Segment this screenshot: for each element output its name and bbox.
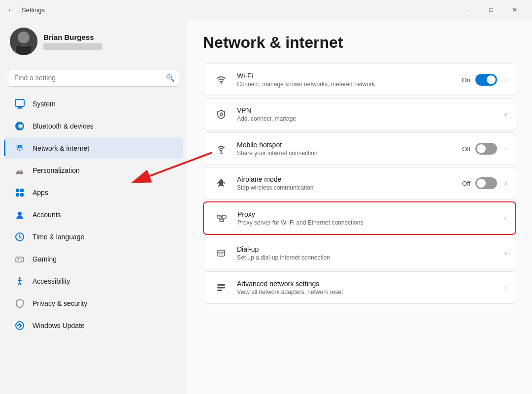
svg-rect-4 xyxy=(15,99,24,106)
setting-item-proxy[interactable]: ProxyProxy server for Wi-Fi and Ethernet… xyxy=(204,202,515,234)
proxy-chevron: › xyxy=(504,215,506,222)
setting-item-dialup[interactable]: Dial-upSet up a dial-up internet connect… xyxy=(203,237,516,269)
proxy-control: › xyxy=(501,215,506,222)
setting-card-proxy: ProxyProxy server for Wi-Fi and Ethernet… xyxy=(203,201,516,235)
dialup-text: Dial-upSet up a dial-up internet connect… xyxy=(237,245,502,261)
search-container: 🔍 xyxy=(8,69,179,87)
content-area: Network & internet Wi-FiConnect, manage … xyxy=(187,20,532,394)
setting-item-advanced[interactable]: Advanced network settingsView all networ… xyxy=(203,272,516,303)
maximize-button[interactable]: □ xyxy=(480,2,502,18)
svg-rect-11 xyxy=(16,189,19,192)
dialup-desc: Set up a dial-up internet connection xyxy=(237,254,502,261)
sidebar-item-label: Windows Update xyxy=(33,322,85,329)
svg-rect-19 xyxy=(16,257,24,262)
sidebar-item-label: Accounts xyxy=(33,211,61,219)
svg-rect-40 xyxy=(222,215,226,218)
airplane-mode-icon xyxy=(212,174,230,192)
wifi-control: On› xyxy=(462,74,507,86)
wifi-toggle[interactable] xyxy=(475,74,497,86)
advanced-chevron: › xyxy=(505,284,507,291)
sidebar-item-time[interactable]: Time & language xyxy=(4,226,183,248)
gaming-icon xyxy=(14,253,26,265)
dialup-title: Dial-up xyxy=(237,245,502,253)
svg-point-25 xyxy=(21,259,22,260)
mobile-hotspot-control: Off› xyxy=(462,143,507,155)
sidebar-item-windows-update[interactable]: Windows Update xyxy=(4,315,183,336)
sidebar-item-label: Privacy & security xyxy=(33,299,87,307)
mobile-hotspot-desc: Share your internet connection xyxy=(237,150,462,157)
airplane-mode-text: Airplane modeStop wireless communication xyxy=(237,175,462,191)
dialup-control: › xyxy=(502,250,507,257)
time-icon xyxy=(14,231,26,243)
vpn-text: VPNAdd, connect, manage xyxy=(237,106,502,122)
personalization-icon xyxy=(14,164,26,176)
dialup-icon xyxy=(212,244,230,262)
svg-point-1 xyxy=(18,32,30,43)
setting-item-wifi[interactable]: Wi-FiConnect, manage known networks, met… xyxy=(203,64,516,96)
user-account-bar xyxy=(43,43,102,50)
airplane-mode-toggle[interactable] xyxy=(475,177,497,189)
sidebar-item-label: Apps xyxy=(33,189,48,197)
close-button[interactable]: ✕ xyxy=(503,2,526,18)
advanced-control: › xyxy=(502,284,507,291)
setting-card-advanced: Advanced network settingsView all networ… xyxy=(203,271,516,304)
wifi-status: On xyxy=(462,76,470,84)
svg-rect-14 xyxy=(20,193,24,197)
mobile-hotspot-status: Off xyxy=(462,145,470,153)
svg-point-34 xyxy=(220,113,223,116)
wifi-icon xyxy=(212,71,230,89)
sidebar-item-label: System xyxy=(33,100,56,108)
sidebar-divider xyxy=(187,20,187,394)
search-input[interactable] xyxy=(8,69,179,87)
accessibility-icon xyxy=(14,275,26,287)
accounts-icon xyxy=(14,209,26,221)
setting-item-mobile-hotspot[interactable]: Mobile hotspotShare your internet connec… xyxy=(203,133,516,164)
user-profile[interactable]: Brian Burgess xyxy=(0,20,187,63)
sidebar-item-label: Network & internet xyxy=(33,144,89,152)
settings-list: Wi-FiConnect, manage known networks, met… xyxy=(203,64,516,304)
sidebar-item-network[interactable]: Network & internet xyxy=(4,137,183,159)
advanced-desc: View all network adapters, network reset xyxy=(237,289,502,296)
back-button[interactable]: ← xyxy=(4,3,18,17)
wifi-chevron: › xyxy=(505,76,507,83)
svg-rect-6 xyxy=(17,108,23,109)
svg-point-48 xyxy=(222,254,223,255)
sidebar-item-privacy[interactable]: Privacy & security xyxy=(4,293,183,314)
vpn-icon xyxy=(212,105,230,123)
mobile-hotspot-chevron: › xyxy=(505,145,507,152)
setting-item-vpn[interactable]: VPNAdd, connect, manage› xyxy=(203,98,516,130)
sidebar-item-apps[interactable]: Apps xyxy=(4,182,183,203)
airplane-mode-desc: Stop wireless communication xyxy=(237,184,462,191)
windows-update-icon xyxy=(14,320,26,331)
svg-point-27 xyxy=(19,277,21,279)
proxy-text: ProxyProxy server for Wi-Fi and Ethernet… xyxy=(237,210,501,226)
sidebar-nav: System ✱ Bluetooth & devices xyxy=(0,93,187,337)
bluetooth-icon: ✱ xyxy=(14,120,26,132)
minimize-button[interactable]: ─ xyxy=(456,2,479,18)
svg-rect-41 xyxy=(220,219,224,222)
svg-point-32 xyxy=(16,322,24,329)
sidebar-item-accessibility[interactable]: Accessibility xyxy=(4,270,183,292)
vpn-chevron: › xyxy=(505,111,507,118)
svg-point-47 xyxy=(221,254,222,255)
sidebar-item-system[interactable]: System xyxy=(4,93,183,115)
mobile-hotspot-toggle[interactable] xyxy=(475,143,497,155)
title-bar: ← Settings ─ □ ✕ xyxy=(0,0,532,20)
svg-rect-44 xyxy=(218,250,225,256)
sidebar-item-personalization[interactable]: Personalization xyxy=(4,160,183,181)
sidebar-item-label: Accessibility xyxy=(33,277,70,285)
wifi-title: Wi-Fi xyxy=(237,72,462,80)
svg-rect-51 xyxy=(217,290,222,291)
setting-card-dialup: Dial-upSet up a dial-up internet connect… xyxy=(203,237,516,269)
sidebar-item-accounts[interactable]: Accounts xyxy=(4,204,183,226)
setting-item-airplane-mode[interactable]: Airplane modeStop wireless communication… xyxy=(203,167,516,199)
privacy-icon xyxy=(14,297,26,309)
sidebar-item-gaming[interactable]: Gaming xyxy=(4,248,183,270)
svg-line-31 xyxy=(20,283,21,285)
svg-point-33 xyxy=(221,82,222,84)
sidebar-item-bluetooth[interactable]: ✱ Bluetooth & devices xyxy=(4,115,183,137)
airplane-mode-control: Off› xyxy=(462,177,507,189)
vpn-control: › xyxy=(502,111,507,118)
apps-icon xyxy=(14,187,26,198)
network-icon xyxy=(14,142,26,154)
